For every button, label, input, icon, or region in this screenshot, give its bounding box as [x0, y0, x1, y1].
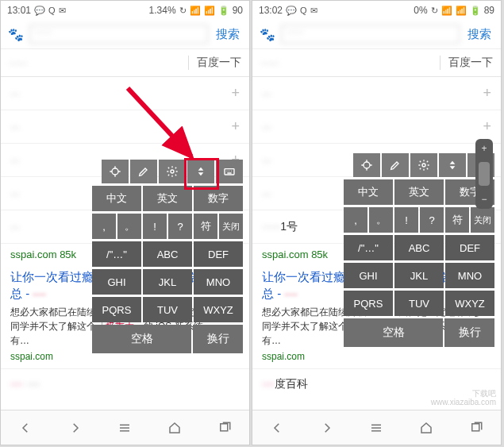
sub-search-bar: ······ 百度一下 [1, 49, 249, 77]
floating-keyboard: 中文 英文 数字 , 。 ! ? 符 关闭 /"…" ABC DEF GHI J… [344, 153, 494, 347]
bottom-nav [1, 410, 249, 445]
kb-key-tuv[interactable]: TUV [143, 297, 192, 322]
list-item[interactable]: ···+ [252, 110, 501, 144]
kb-key-def[interactable]: DEF [445, 235, 494, 260]
kb-key-def[interactable]: DEF [194, 241, 243, 267]
kb-key-excl[interactable]: ! [143, 214, 167, 239]
time-label: 13:01 [7, 5, 31, 16]
chat-icon: 💬 [34, 6, 45, 16]
nav-back-button[interactable] [10, 412, 41, 444]
slider-thumb[interactable] [479, 162, 490, 186]
wifi-icon: 📶 [190, 6, 201, 16]
signal-icon: 📶 [204, 6, 215, 16]
kb-toolbar [344, 153, 494, 177]
svg-point-5 [364, 162, 370, 168]
kb-key-excl[interactable]: ! [394, 207, 418, 233]
kb-key-abc[interactable]: ABC [394, 235, 444, 260]
kb-key-punct[interactable]: /"…" [344, 235, 393, 260]
kb-key-cn[interactable]: 中文 [344, 179, 393, 205]
nav-tabs-button[interactable] [209, 412, 240, 444]
nav-forward-button[interactable] [311, 412, 343, 444]
list-item[interactable]: ········ [1, 368, 249, 398]
svg-rect-8 [471, 423, 479, 430]
baidu-yixia-button[interactable]: 百度一下 [440, 56, 493, 70]
kb-key-pqrs[interactable]: PQRS [92, 297, 141, 322]
chat-icon: 💬 [286, 6, 297, 16]
kb-key-sym[interactable]: 符 [194, 214, 217, 239]
kb-key-en[interactable]: 英文 [394, 179, 444, 205]
bottom-nav [252, 410, 501, 445]
kb-key-ghi[interactable]: GHI [92, 269, 141, 295]
kb-key-wxyz[interactable]: WXYZ [445, 291, 494, 316]
kb-key-sym[interactable]: 符 [445, 207, 469, 233]
updown-icon[interactable] [439, 153, 466, 177]
kb-key-wxyz[interactable]: WXYZ [194, 297, 243, 322]
kb-key-ghi[interactable]: GHI [344, 263, 393, 288]
status-bar: 13:01 💬 Q ✉ 1.34% ↻ 📶 📶 🔋 90 [1, 1, 249, 20]
battery-icon: 🔋 [218, 6, 229, 16]
nav-menu-button[interactable] [109, 412, 140, 444]
nav-back-button[interactable] [261, 412, 293, 444]
svg-point-0 [112, 168, 118, 175]
nav-forward-button[interactable] [60, 412, 91, 444]
svg-rect-2 [225, 169, 234, 175]
minus-icon[interactable]: − [481, 195, 487, 204]
nav-home-button[interactable] [159, 412, 190, 444]
result-url[interactable]: sspai.com [252, 349, 501, 368]
nav-menu-button[interactable] [360, 412, 392, 444]
search-button[interactable]: 搜索 [213, 27, 243, 42]
list-item[interactable]: ···+ [252, 77, 501, 110]
kb-key-punct[interactable]: /"…" [92, 241, 141, 267]
nav-home-button[interactable] [410, 412, 442, 444]
sub-search-input[interactable]: ······ [9, 56, 183, 69]
add-icon[interactable]: + [483, 85, 491, 102]
q-icon: Q [300, 6, 307, 15]
phone-right: 13:02 💬 Q ✉ 0% ↻ 📶 📶 🔋 89 🐾 ······ 搜索 ··… [252, 0, 502, 445]
floating-keyboard: 中文 英文 数字 , 。 ! ? 符 关闭 /"…" ABC DEF GHI J… [92, 160, 243, 353]
search-input[interactable]: ······ [281, 25, 460, 44]
add-icon[interactable]: + [483, 118, 491, 135]
kb-key-jkl[interactable]: JKL [394, 263, 444, 288]
kb-close-button[interactable]: 关闭 [471, 207, 494, 233]
kb-key-comma[interactable]: , [344, 207, 367, 233]
edit-icon[interactable] [382, 153, 409, 177]
search-bar: 🐾 ······ 搜索 [1, 20, 249, 49]
kb-key-period[interactable]: 。 [117, 214, 141, 239]
kb-key-comma[interactable]: , [92, 214, 116, 239]
kb-key-mno[interactable]: MNO [445, 263, 494, 288]
kb-key-jkl[interactable]: JKL [143, 269, 192, 295]
target-icon[interactable] [353, 153, 380, 177]
kb-space[interactable]: 空格 [344, 318, 443, 347]
kb-key-abc[interactable]: ABC [143, 241, 192, 267]
time-label: 13:02 [259, 5, 283, 16]
kb-key-period[interactable]: 。 [369, 207, 393, 233]
baidu-logo-icon: 🐾 [259, 25, 276, 43]
msg-icon: ✉ [59, 6, 66, 16]
add-icon[interactable]: + [231, 118, 240, 135]
baidu-yixia-button[interactable]: 百度一下 [188, 56, 241, 70]
kb-key-mno[interactable]: MNO [194, 269, 243, 295]
kb-key-cn[interactable]: 中文 [92, 186, 141, 211]
plus-icon[interactable]: + [481, 144, 487, 153]
watermark: 下载吧 www.xiazaiba.com [431, 389, 496, 407]
sub-search-bar: ······ 百度一下 [252, 49, 501, 77]
keyboard-icon[interactable] [216, 160, 243, 183]
kb-key-quest[interactable]: ? [420, 207, 444, 233]
add-icon[interactable]: + [231, 85, 240, 102]
kb-space[interactable]: 空格 [92, 325, 191, 353]
sync-icon: ↻ [431, 6, 438, 16]
search-button[interactable]: 搜索 [464, 27, 494, 42]
kb-enter[interactable]: 换行 [193, 325, 243, 353]
wifi-icon: 📶 [441, 6, 452, 16]
gear-icon[interactable] [410, 153, 437, 177]
kb-key-quest[interactable]: ? [168, 214, 192, 239]
nav-tabs-button[interactable] [460, 412, 492, 444]
kb-enter[interactable]: 换行 [444, 318, 494, 347]
sub-search-input[interactable]: ······ [260, 56, 435, 69]
sync-icon: ↻ [179, 6, 187, 16]
scroll-slider[interactable]: + − [475, 139, 493, 209]
kb-close-button[interactable]: 关闭 [219, 214, 243, 239]
kb-key-tuv[interactable]: TUV [394, 291, 444, 316]
search-input[interactable]: ······ [29, 25, 208, 44]
kb-key-pqrs[interactable]: PQRS [344, 291, 393, 316]
